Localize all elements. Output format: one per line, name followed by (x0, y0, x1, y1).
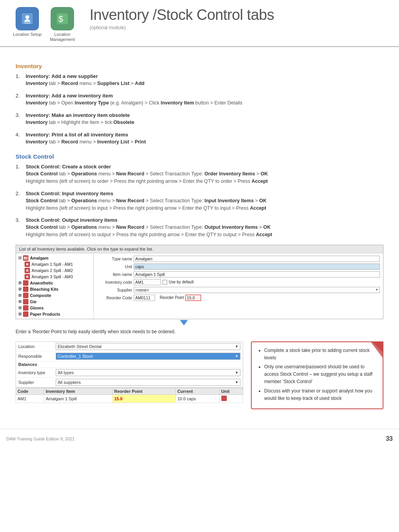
reorder-code-input[interactable]: AM0111 (134, 295, 155, 301)
inventory-type-row: Inventory type All types ▼ (16, 368, 243, 378)
svg-marker-10 (371, 342, 383, 358)
subtitle: (optional module) (90, 25, 387, 30)
responsible-value[interactable]: Controller_1 Stock ▼ (56, 353, 240, 360)
list-content: Stock Control: Input inventory items Sto… (26, 191, 267, 212)
reorder-point-input[interactable]: 15.0 (185, 295, 201, 301)
item-name-row: Item name Amalgam 1 Spill (97, 271, 380, 277)
svg-point-8 (26, 269, 28, 272)
main-title: Inventory /Stock Control tabs (90, 7, 387, 23)
sim-ui-body: ⊟ Amalgam Amalgam 1 Spill - AM1 (16, 253, 383, 319)
list-item: 3. Inventory: Make an inventory item obs… (16, 112, 383, 126)
tree-item-gloves[interactable]: ⊞ Gloves (18, 305, 92, 311)
list-num: 1. (16, 164, 23, 185)
location-label: Location (18, 344, 53, 349)
tree-label: Bleaching Kits (30, 287, 58, 292)
stock-form: Location Elizabeth Street Dental ▼ Respo… (16, 341, 243, 388)
type-name-input[interactable]: Amalgam (134, 256, 380, 262)
reorder-code-label: Reorder Code (97, 295, 132, 300)
item-name-input[interactable]: Amalgam 1 Spill (134, 271, 380, 277)
tree-label: Amalgam 1 Spill - AM1 (32, 262, 73, 267)
inventory-list: 1. Inventory: Add a new supplier Invento… (16, 73, 383, 145)
expand-icon: ⊞ (18, 306, 21, 310)
delete-icon[interactable] (221, 396, 227, 401)
responsible-row: Responsible Controller_1 Stock ▼ (16, 352, 243, 361)
svg-rect-2 (24, 23, 30, 23)
sim-right-panel: Type name Amalgam Unit caps Item name Am… (94, 253, 383, 319)
folder-icon (23, 293, 28, 298)
location-management-icon-box: $ LocationManagement (47, 7, 78, 42)
bullet-list: Complete a stock take prior to adding cu… (257, 347, 377, 402)
tree-item-am3[interactable]: Amalgam 3 Spill - AM3 (18, 274, 92, 280)
list-content: Inventory: Make an inventory item obsole… (26, 112, 134, 126)
list-item: 2. Inventory: Add a new inventory item I… (16, 93, 383, 107)
supplier-select[interactable]: <none> ▼ (134, 287, 380, 293)
lower-section: Location Elizabeth Street Dental ▼ Respo… (16, 341, 383, 409)
cell-unit (219, 394, 243, 403)
responsible-text: Controller_1 Stock (58, 354, 93, 359)
expand-icon: ⊞ (18, 299, 21, 304)
tree-item-paper[interactable]: ⊞ Paper Products (18, 311, 92, 317)
stock-list: 1. Stock Control: Create a stock order S… (16, 164, 383, 239)
cell-item: Amalgam 1 Spill (44, 394, 113, 403)
list-title: Inventory: Add a new supplier (26, 73, 145, 79)
tree-item-bleaching[interactable]: ⊞ Bleaching Kits (18, 286, 92, 292)
type-name-label: Type name (97, 256, 132, 261)
tree-item-am1[interactable]: Amalgam 1 Spill - AM1 (18, 261, 92, 267)
list-num: 2. (16, 93, 23, 107)
svg-rect-6 (24, 257, 25, 258)
tree-item-anaesthetic[interactable]: ⊞ Anaesthetic (18, 280, 92, 286)
expand-icon: ⊟ (18, 256, 21, 260)
inventory-type-value[interactable]: All types ▼ (56, 369, 240, 376)
inventory-type-text: All types (58, 370, 74, 375)
location-setup-icon (16, 7, 39, 30)
stock-section-title: Stock Control (16, 153, 383, 160)
col-current: Current (176, 388, 220, 394)
location-setup-label: Location Setup (13, 32, 41, 37)
supplier-form-value[interactable]: All suppliers ▼ (56, 379, 240, 386)
table-row: AM1 Amalgam 1 Spill 15.0 10.0 caps (16, 394, 243, 403)
list-num: 2. (16, 191, 23, 212)
corner-decoration (367, 342, 383, 358)
footer-page: 33 (386, 435, 393, 442)
tree-item-gie[interactable]: ⊞ Gie (18, 299, 92, 305)
list-desc: Inventory tab > Record menu > Suppliers … (26, 81, 145, 86)
balances-label: Balances (16, 361, 243, 368)
list-desc: Inventory tab > Highlight the Item > tic… (26, 120, 134, 125)
unit-input[interactable]: caps (134, 263, 380, 270)
list-content: Stock Control: Output inventory items St… (26, 217, 272, 239)
unit-row: Unit caps (97, 263, 380, 270)
tree-label: Amalgam 2 Spill - AM2 (32, 268, 73, 273)
tree-item-am2[interactable]: Amalgam 2 Spill - AM2 (18, 267, 92, 274)
inventory-code-input[interactable]: AM1 (134, 279, 161, 285)
col-item: Inventory Item (44, 388, 113, 394)
col-unit: Unit (219, 388, 243, 394)
tree-item-amalgam[interactable]: ⊟ Amalgam (18, 255, 92, 261)
list-title: Stock Control: Input inventory items (26, 191, 267, 196)
location-value[interactable]: Elizabeth Street Dental ▼ (56, 343, 240, 350)
tree-label: Composite (30, 293, 51, 298)
arrow-down-icon (180, 320, 188, 325)
supplier-label: Supplier (97, 288, 132, 292)
supplier-form-row: Supplier All suppliers ▼ (16, 378, 243, 387)
tree-item-composite[interactable]: ⊞ Composite (18, 292, 92, 299)
folder-icon (23, 286, 28, 292)
supplier-row: Supplier <none> ▼ (97, 287, 380, 293)
use-by-default-checkbox[interactable] (162, 280, 167, 285)
footer-text: D4W Training Guide Edition 9, 2021 (6, 437, 75, 441)
list-item: 1. Inventory: Add a new supplier Invento… (16, 73, 383, 87)
header-title-area: Inventory /Stock Control tabs (optional … (86, 7, 387, 30)
list-item: 1. Stock Control: Create a stock order S… (16, 164, 383, 185)
expand-icon: ⊞ (18, 281, 21, 285)
annotation-text: Enter a 'Reorder Point to help easily id… (16, 329, 383, 335)
folder-icon (23, 280, 28, 286)
location-management-label: LocationManagement (50, 32, 75, 42)
col-code: Code (16, 388, 44, 394)
bullet-item: Discuss with your trainer or support ana… (264, 387, 377, 402)
supplier-arrow: ▼ (235, 380, 238, 384)
list-item: 4. Inventory: Print a list of all invent… (16, 132, 383, 146)
sim-ui: List of all Inventory items available. C… (16, 245, 383, 319)
screenshot-left: List of all Inventory items available. C… (16, 245, 383, 335)
list-content: Inventory: Print a list of all inventory… (26, 132, 146, 146)
list-desc: Stock Control tab > Operations menu > Ne… (26, 171, 268, 184)
expand-icon: ⊞ (18, 312, 21, 316)
